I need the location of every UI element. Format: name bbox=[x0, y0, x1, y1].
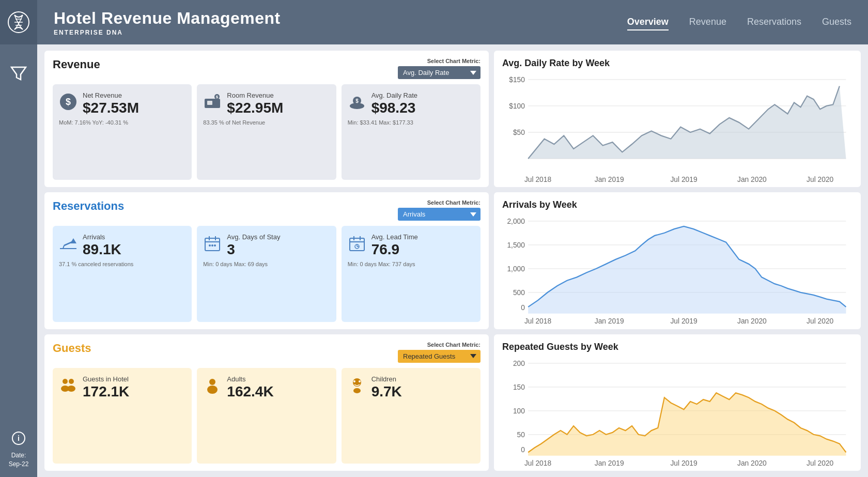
svg-text:0: 0 bbox=[521, 445, 525, 454]
nav-reservations[interactable]: Reservations bbox=[747, 14, 801, 30]
guests-hotel-icon bbox=[59, 376, 78, 398]
adults-label: Adults bbox=[227, 375, 330, 383]
guests-title: Guests bbox=[53, 342, 91, 355]
guests-hotel-label: Guests in Hotel bbox=[83, 375, 185, 383]
net-revenue-sub: MoM: 7.16% YoY: -40.31 % bbox=[59, 119, 185, 126]
svg-rect-10 bbox=[207, 101, 212, 105]
guests-row: Guests Select Chart Metric: Repeated Gue… bbox=[44, 334, 861, 471]
revenue-metric-selector: Select Chart Metric: Avg. Daily Rate Net… bbox=[398, 58, 481, 79]
svg-text:$: $ bbox=[66, 97, 71, 107]
info-icon[interactable]: i bbox=[11, 431, 26, 448]
avg-daily-rate-value: $98.23 bbox=[371, 100, 474, 116]
guests-header: Guests Select Chart Metric: Repeated Gue… bbox=[53, 342, 481, 363]
guests-chart-area: 200 150 100 50 0 Jul 2018 Jan 2019 Jul 2… bbox=[502, 357, 853, 475]
svg-point-65 bbox=[67, 386, 75, 392]
children-icon bbox=[348, 376, 366, 398]
children-value: 9.7K bbox=[371, 384, 474, 400]
reservations-chart-panel: Arrivals by Week 2,000 1,500 1,000 500 0 bbox=[494, 192, 861, 329]
filter-icon[interactable] bbox=[10, 65, 27, 85]
reservations-kpi-cards: Arrivals 89.1K 37.1 % canceled reservati… bbox=[53, 226, 481, 321]
avg-stay-sub: Min: 0 days Max: 69 days bbox=[203, 261, 330, 267]
reservations-metric-label: Select Chart Metric: bbox=[427, 199, 481, 206]
svg-point-70 bbox=[359, 380, 361, 382]
nav-revenue[interactable]: Revenue bbox=[689, 14, 726, 30]
svg-marker-61 bbox=[528, 226, 846, 314]
avg-daily-rate-icon: $ bbox=[348, 93, 366, 115]
svg-text:100: 100 bbox=[513, 406, 525, 414]
room-revenue-label: Room Revenue bbox=[227, 91, 330, 99]
guests-chart-svg: 200 150 100 50 0 Jul 2018 Jan 2019 Jul 2… bbox=[502, 357, 853, 475]
svg-text:0: 0 bbox=[521, 303, 525, 312]
reservations-row: Reservations Select Chart Metric: Arriva… bbox=[44, 192, 861, 329]
avg-lead-time-sub: Min: 0 days Max: 737 days bbox=[348, 261, 474, 267]
reservations-chart-title: Arrivals by Week bbox=[502, 199, 853, 210]
net-revenue-label: Net Revenue bbox=[83, 91, 185, 99]
svg-text:Jan 2019: Jan 2019 bbox=[595, 458, 624, 467]
guests-chart-title: Repeated Guests by Week bbox=[502, 342, 853, 352]
kpi-guests-hotel: Guests in Hotel 172.1K bbox=[53, 368, 192, 464]
svg-text:Jul 2020: Jul 2020 bbox=[807, 317, 833, 325]
kpi-avg-lead-time: Avg. Lead Time 76.9 Min: 0 days Max: 737… bbox=[342, 226, 481, 321]
dna-logo-icon bbox=[7, 11, 30, 34]
reservations-metric-select[interactable]: Arrivals Avg. Days of Stay Avg. Lead Tim… bbox=[398, 208, 481, 221]
kpi-net-revenue: $ Net Revenue $27.53M MoM: 7.16% YoY: -4… bbox=[53, 84, 192, 180]
header: Hotel Revenue Management ENTERPRISE DNA … bbox=[37, 0, 868, 44]
arrivals-label: Arrivals bbox=[83, 233, 185, 241]
nav-guests[interactable]: Guests bbox=[822, 14, 851, 30]
svg-text:1,500: 1,500 bbox=[507, 241, 525, 249]
svg-text:$150: $150 bbox=[509, 75, 525, 84]
reservations-metric-selector: Select Chart Metric: Arrivals Avg. Days … bbox=[398, 199, 481, 221]
revenue-title: Revenue bbox=[53, 58, 100, 71]
svg-point-62 bbox=[63, 379, 68, 384]
svg-text:Jan 2020: Jan 2020 bbox=[737, 175, 767, 183]
reservations-header: Reservations Select Chart Metric: Arriva… bbox=[53, 199, 481, 221]
svg-text:50: 50 bbox=[517, 430, 525, 438]
svg-text:$: $ bbox=[216, 95, 219, 99]
app-subtitle: ENTERPRISE DNA bbox=[54, 29, 627, 36]
revenue-metric-select[interactable]: Avg. Daily Rate Net Revenue Room Revenue bbox=[398, 66, 481, 79]
adults-value: 162.4K bbox=[227, 384, 330, 400]
svg-text:$100: $100 bbox=[509, 102, 525, 110]
svg-text:i: i bbox=[18, 434, 20, 442]
arrivals-sub: 37.1 % canceled reservations bbox=[59, 261, 185, 267]
svg-marker-4 bbox=[11, 67, 26, 80]
svg-text:Jul 2018: Jul 2018 bbox=[524, 317, 551, 325]
svg-text:Jan 2020: Jan 2020 bbox=[737, 317, 767, 325]
svg-text:Jul 2019: Jul 2019 bbox=[670, 175, 697, 183]
kpi-avg-daily-rate: $ Avg. Daily Rate $98.23 Min: $33.41 Max… bbox=[342, 84, 481, 180]
guests-panel: Guests Select Chart Metric: Repeated Gue… bbox=[44, 334, 489, 471]
revenue-row: Revenue Select Chart Metric: Avg. Daily … bbox=[44, 51, 861, 187]
reservations-chart-area: 2,000 1,500 1,000 500 0 Jul 2018 Jan 201… bbox=[502, 214, 853, 333]
revenue-kpi-cards: $ Net Revenue $27.53M MoM: 7.16% YoY: -4… bbox=[53, 84, 481, 180]
svg-point-39 bbox=[214, 244, 216, 247]
header-title-block: Hotel Revenue Management ENTERPRISE DNA bbox=[54, 9, 627, 36]
svg-marker-86 bbox=[528, 393, 846, 455]
kpi-room-revenue: $ Room Revenue $22.95M 83.35 % of Net Re… bbox=[197, 84, 336, 180]
avg-lead-time-value: 76.9 bbox=[371, 242, 474, 258]
guests-metric-select[interactable]: Repeated Guests Guests in Hotel Adults C… bbox=[398, 350, 481, 363]
children-label: Children bbox=[371, 375, 474, 383]
svg-point-71 bbox=[353, 388, 361, 393]
avg-daily-rate-sub: Min: $33.41 Max: $177.33 bbox=[348, 119, 474, 126]
svg-point-37 bbox=[209, 244, 211, 247]
avg-stay-label: Avg. Days of Stay bbox=[227, 233, 330, 241]
svg-text:Jan 2019: Jan 2019 bbox=[595, 317, 624, 325]
nav-overview[interactable]: Overview bbox=[627, 14, 669, 30]
kpi-avg-stay: Avg. Days of Stay 3 Min: 0 days Max: 69 … bbox=[197, 226, 336, 321]
svg-text:Jan 2020: Jan 2020 bbox=[737, 458, 767, 467]
svg-point-38 bbox=[211, 244, 213, 247]
svg-text:1,000: 1,000 bbox=[507, 265, 525, 273]
svg-text:500: 500 bbox=[513, 288, 525, 297]
svg-text:Jul 2019: Jul 2019 bbox=[670, 458, 697, 467]
svg-text:Jul 2020: Jul 2020 bbox=[807, 175, 833, 183]
guests-metric-label: Select Chart Metric: bbox=[427, 342, 481, 348]
svg-point-69 bbox=[353, 380, 355, 382]
net-revenue-value: $27.53M bbox=[83, 100, 185, 116]
dashboard-content: Revenue Select Chart Metric: Avg. Daily … bbox=[37, 44, 868, 477]
svg-point-67 bbox=[207, 386, 218, 394]
revenue-metric-label: Select Chart Metric: bbox=[427, 58, 481, 64]
revenue-chart-svg: $150 $100 $50 Jul 2018 Jan 2019 Jul 2019… bbox=[502, 73, 853, 192]
reservations-panel: Reservations Select Chart Metric: Arriva… bbox=[44, 192, 489, 329]
svg-text:$: $ bbox=[355, 98, 359, 104]
svg-text:150: 150 bbox=[513, 382, 525, 391]
